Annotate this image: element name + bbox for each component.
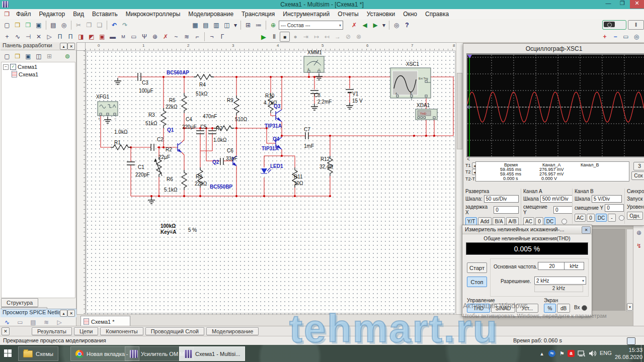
variant-select[interactable]: --- Состав --- ▾ <box>279 21 343 30</box>
touch-keyboard-icon[interactable] <box>627 337 635 345</box>
channel-b-zero-button[interactable]: 0 <box>587 214 595 222</box>
tab-copper-layers[interactable]: Проводящий Слой <box>145 327 204 335</box>
oscilloscope-title[interactable]: Осциллограф-XSC1 <box>463 45 644 52</box>
print-icon[interactable]: ▤ <box>48 20 58 30</box>
thd-titlebar[interactable]: Измеритель нелинейных искажений-... ✕ <box>462 225 592 234</box>
flag-icon[interactable]: ⚑ <box>557 350 567 357</box>
timebase-yt-button[interactable]: Y/T <box>465 217 477 225</box>
fullscreen-icon[interactable]: ▣ <box>642 32 644 42</box>
schematic-canvas[interactable]: +− +− Ext Trig A B <box>85 50 456 314</box>
print-preview-icon[interactable]: ◎ <box>59 20 69 30</box>
menu-help[interactable]: Справка <box>421 11 453 18</box>
tab-components[interactable]: Компоненты <box>100 327 143 335</box>
channel-a-radio[interactable] <box>561 219 567 224</box>
component-labels[interactable]: C3100µF R451kΩ R522kΩ R9510Ω R351kΩ C422… <box>96 50 430 235</box>
zoom-out-icon[interactable]: − <box>610 32 620 42</box>
forward-annotate-icon[interactable]: ▶ <box>370 20 380 30</box>
menu-reports[interactable]: Отчеты <box>334 11 362 18</box>
instrument-XSC1[interactable]: Ext Trig A B <box>390 68 431 101</box>
save-icon[interactable]: ▣ <box>34 20 44 30</box>
menu-mcu[interactable]: Микроконтроллеры <box>122 11 185 18</box>
tree-expander-icon[interactable]: − <box>3 64 9 70</box>
instrument-current-probe-icon[interactable]: ↯ <box>634 241 644 251</box>
show-desktop-strip[interactable] <box>641 345 644 362</box>
step-into-icon[interactable]: ⇥ <box>301 32 311 42</box>
panel-close-icon[interactable]: ✕ <box>67 43 75 50</box>
place-ttl-icon[interactable]: Π <box>55 32 65 42</box>
toolbox-clock-icon[interactable]: ⊚ <box>62 51 72 61</box>
scroll-down-icon[interactable]: ▾ <box>627 303 633 311</box>
toolbox-save-icon[interactable]: ▣ <box>23 51 33 61</box>
record-icon[interactable]: ● <box>290 32 300 42</box>
right-vscrollbar[interactable]: ▾ <box>626 229 633 312</box>
channel-b-dc-button[interactable]: DC <box>596 214 607 222</box>
channel-b-minus-button[interactable]: - <box>608 214 616 222</box>
menu-tools[interactable]: Инструментарий <box>279 11 334 18</box>
spice-minimize-icon[interactable]: ▴ <box>60 310 67 317</box>
tab-simulation[interactable]: Моделирование <box>206 327 259 335</box>
channel-b-ac-button[interactable]: AC <box>575 214 586 222</box>
zoom-area-icon[interactable]: ▭ <box>621 32 631 42</box>
run-to-cursor-icon[interactable]: → <box>333 32 343 42</box>
place-hier-icon[interactable]: ⌐ <box>192 32 202 42</box>
timebase-scale-input[interactable]: 50 us/Div <box>484 195 519 203</box>
place-electromech-icon[interactable]: ⊕ <box>150 32 160 42</box>
zoom-in-icon[interactable]: + <box>600 32 610 42</box>
toggle-border-icon[interactable]: ▤ <box>201 20 211 30</box>
place-transistor-icon[interactable]: ✕ <box>34 32 44 42</box>
paste-icon[interactable]: ❏ <box>95 20 105 30</box>
tab-nets[interactable]: Цепи <box>74 327 98 335</box>
grapher-icon[interactable]: ◫ <box>222 20 232 30</box>
tree-item-root[interactable]: − ✓ Схема1 <box>2 62 75 70</box>
channel-a-ac-button[interactable]: AC <box>523 217 534 225</box>
place-cmos-icon[interactable]: Π <box>65 32 75 42</box>
thd-freq-input[interactable]: 20 <box>538 262 566 270</box>
thd-start-button[interactable]: Старт <box>467 262 487 273</box>
start-button[interactable] <box>4 349 12 357</box>
place-power-icon[interactable]: ▬ <box>108 32 118 42</box>
timebase-ba-button[interactable]: B/A <box>493 217 505 225</box>
transistors[interactable] <box>178 110 282 173</box>
place-basic-icon[interactable]: ∿ <box>13 32 23 42</box>
thd-resolution-select[interactable]: 2 kHz ▾ <box>534 277 586 285</box>
place-diode-icon[interactable]: ⊣ <box>23 32 33 42</box>
menu-view[interactable]: Вид <box>69 11 88 18</box>
thd-close-icon[interactable]: ✕ <box>582 226 591 234</box>
spreadsheet-close-icon[interactable]: ✕ <box>2 327 10 335</box>
channel-a-dc-button[interactable]: DC <box>544 217 555 225</box>
channel-b-scale-input[interactable]: 5 V/Div <box>592 195 622 203</box>
place-nxg-icon[interactable]: ✗ <box>160 32 171 42</box>
place-analog-icon[interactable]: ▷ <box>44 32 54 42</box>
hierarchy-icon[interactable]: ≔ <box>254 20 264 30</box>
scope-reverse-button[interactable]: З <box>633 162 644 170</box>
menu-transfer[interactable]: Трансляция <box>237 11 279 18</box>
teamviewer-icon[interactable]: ⇆ <box>548 350 555 357</box>
toolbox-open-icon[interactable]: ❒ <box>13 51 23 61</box>
toolbox-close-icon[interactable]: ⊞ <box>44 51 54 61</box>
place-connector-icon[interactable]: ~ <box>171 32 181 42</box>
taskbar-item-folder[interactable]: Схемы <box>18 346 58 361</box>
place-indicator-icon[interactable]: ▣ <box>97 32 107 42</box>
place-mixed-icon[interactable]: ◩ <box>87 32 97 42</box>
annotate-dropdown-icon[interactable]: ▾ <box>381 20 387 30</box>
close-button[interactable]: ✕ <box>630 0 644 9</box>
scope-save-button[interactable]: Сох <box>631 171 644 180</box>
step-out-icon[interactable]: ↤ <box>322 32 332 42</box>
channel-b-radio[interactable] <box>619 215 624 221</box>
timebase-add-button[interactable]: Add <box>478 217 492 225</box>
avira-icon[interactable]: a <box>568 350 575 357</box>
tab-results[interactable]: Результаты <box>32 327 72 335</box>
remove-breakpoint-icon[interactable]: ⊗ <box>354 32 364 42</box>
place-rf-icon[interactable]: Ψ <box>139 32 149 42</box>
cut-icon[interactable]: ✂ <box>73 20 84 30</box>
instrument-probe-icon[interactable]: ⊕ <box>634 228 644 238</box>
place-peripherals-icon[interactable]: ▭ <box>129 32 139 42</box>
bus-wire-icon[interactable]: Γ <box>217 32 227 42</box>
menu-file[interactable]: Файл <box>12 11 35 18</box>
run-switch[interactable] <box>602 20 626 30</box>
place-source-icon[interactable]: + <box>2 32 12 42</box>
step-over-icon[interactable]: ↦ <box>311 32 321 42</box>
toolbox-saveas-icon[interactable]: ◫ <box>34 51 44 61</box>
speaker-icon[interactable] <box>589 350 596 357</box>
tree-item-schematic[interactable]: Схема1 <box>2 70 75 78</box>
